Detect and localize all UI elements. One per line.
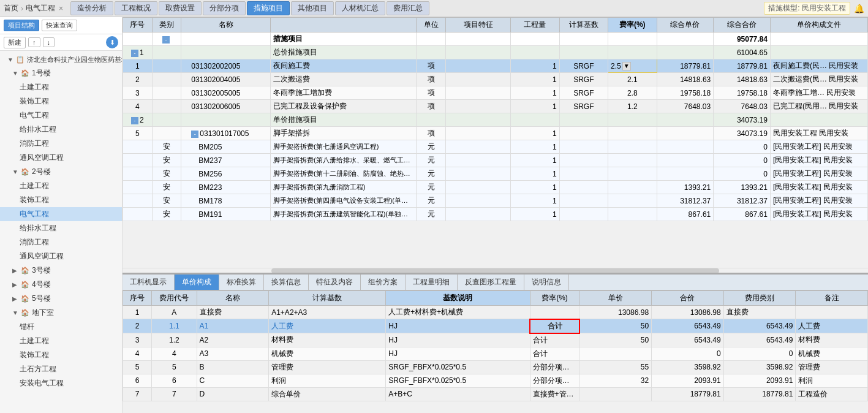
tab-pricing-scheme[interactable]: 组价方案 [361,275,406,290]
tree-item-bs-civil[interactable]: 土建工程 [0,334,122,348]
tab-project-structure[interactable]: 项目结构 [4,20,39,31]
bottom-table-area[interactable]: 序号 费用代号 名称 计算基数 基数说明 费率(%) 单价 合价 费用类别 备注 [123,290,868,413]
tree-item-building2[interactable]: ▼ 🏠 2号楼 [0,165,122,179]
tree-item-b2-civil[interactable]: 土建工程 [0,179,122,193]
table-row[interactable]: 1 A 直接费 A1+A2+A3 人工费+材料费+机械费 13086.98 13… [123,306,868,319]
table-row[interactable]: 5 -031301017005 脚手架搭拆 项 1 34073.19 民用安装工… [123,127,868,140]
collapse-btn[interactable]: - [162,36,170,44]
collapse-btn[interactable]: - [191,131,198,138]
tree-item-b1-civil[interactable]: 土建工程 [0,80,122,94]
table-row[interactable]: 安 BM178 脚手架搭拆费(第四册电气设备安装工程)(单独承担的室外直埋敷设电… [123,194,868,208]
main-layout: 项目结构 快速查询 新建 ↑ ↓ ⬇ ▼ 📋 济北生命科技产业园生物医药基地项.… [0,17,868,413]
tree-item-root[interactable]: ▼ 📋 济北生命科技产业园生物医药基地项... [0,53,122,66]
nav-tabs: 造价分析 工程概况 取费设置 分部分项 措施项目 其他项目 人材机汇总 费用汇总 [70,1,429,15]
template-label: 措施模型: 民用安装工程 [764,2,850,15]
nav-close[interactable]: × [59,4,63,13]
bottom-area: 工料机显示 单价构成 标准换算 换算信息 特征及内容 组价方案 工程量明细 反查… [123,275,868,413]
tab-quick-search[interactable]: 快速查询 [42,20,77,31]
th-no: 序号 [123,291,152,306]
tab-materials[interactable]: 人材机汇总 [335,1,385,15]
tab-fee-summary[interactable]: 费用汇总 [387,1,429,15]
table-row[interactable]: 安 BM205 脚手架搭拆费(第七册通风空调工程) 元 1 0 [民用安装工程]… [123,140,868,154]
tree-item-b1-decor[interactable]: 装饰工程 [0,94,122,108]
tree-item-b1-fire[interactable]: 消防工程 [0,137,122,151]
th-total-price: 合价 [652,291,724,306]
table-row[interactable]: -2 单价措施项目 34073.19 [123,113,868,127]
tab-check-figure-qty[interactable]: 反查图形工程量 [458,275,524,290]
tree-item-bs-earth[interactable]: 土石方工程 [0,362,122,376]
rate-dropdown-btn[interactable]: ▼ [622,62,631,70]
th-rate: 费率(%) [608,18,657,32]
breadcrumb: 首页 › 电气工程 × [4,3,63,13]
horizontal-scrollbar[interactable] [271,268,719,273]
tab-features-content[interactable]: 特征及内容 [309,275,361,290]
tree-item-building4[interactable]: ▶ 🏠 4号楼 [0,278,122,292]
table-row[interactable]: -1 总价措施项目 61004.65 [123,46,868,59]
collapse-btn[interactable]: - [131,117,138,124]
tab-notes[interactable]: 说明信息 [524,275,569,290]
top-table-wrapper[interactable]: 序号 类别 名称 单位 项目特征 工程量 计算基数 费率(%) 综合单价 综合合… [123,17,868,268]
th-rate: 费率(%) [530,291,579,306]
table-row[interactable]: 安 BM256 脚手架搭拆费(第十二册刷油、防腐蚀、绝热工程) 元 1 0 [民… [123,167,868,181]
tree-item-building1[interactable]: ▼ 🏠 1号楼 [0,66,122,80]
th-base-desc: 基数说明 [386,291,530,306]
up-btn[interactable]: ↑ [28,37,40,47]
th-calc-base: 计算基数 [269,291,386,306]
th-base: 计算基数 [559,18,608,32]
top-right-area: 措施模型: 民用安装工程 🔔 [764,2,864,15]
table-row[interactable]: 安 BM237 脚手架搭拆费(第八册给排水、采暖、燃气工程)(单独承担的室外埋地… [123,154,868,167]
table-row[interactable]: 1 031302002005 夜间施工费 项 1 SRGF 2.5▼ 18779 [123,59,868,73]
table-row[interactable]: 2 1.1 A1 人工费 HJ 合计 50 6543.49 6543.49 人工… [123,319,868,333]
tab-quantity-detail[interactable]: 工程量明细 [406,275,458,290]
tree-item-b2-electric[interactable]: 电气工程 [0,207,122,221]
tree-item-building3[interactable]: ▶ 🏠 3号楼 [0,263,122,278]
tree-item-b2-fire[interactable]: 消防工程 [0,235,122,249]
tree-item-bs-elec[interactable]: 安装电气工程 [0,376,122,390]
tree-item-building5[interactable]: ▶ 🏠 5号楼 [0,292,122,306]
table-row[interactable]: 3 031302005005 冬雨季施工增加费 项 1 SRGF 2.8 197… [123,86,868,100]
tab-other[interactable]: 其他项目 [291,1,334,15]
tab-measures[interactable]: 措施项目 [247,1,290,15]
table-row[interactable]: 安 BM223 脚手架搭拆费(第九册消防工程) 元 1 1393.21 1393… [123,181,868,194]
down-btn[interactable]: ↓ [43,37,55,47]
tab-fee-settings[interactable]: 取费设置 [159,1,202,15]
table-row[interactable]: 4 4 A3 机械费 HJ 合计 0 0 机械费 [123,347,868,360]
th-remark: 备注 [796,291,868,306]
tree-item-bs-decor[interactable]: 装饰工程 [0,348,122,362]
sidebar-toolbar: 项目结构 快速查询 [0,17,122,34]
table-row[interactable]: 3 1.2 A2 材料费 HJ 合计 50 6543.49 6543.49 材料… [123,333,868,347]
tree-item-b1-plumbing[interactable]: 给排水工程 [0,123,122,137]
collapse-btn[interactable]: - [131,50,138,57]
table-row[interactable]: 5 5 B 管理费 SRGF_FBFX*0.025*0.5 分部分项省人工费*0… [123,360,868,374]
tab-conversion-info[interactable]: 换算信息 [264,275,309,290]
sidebar: 项目结构 快速查询 新建 ↑ ↓ ⬇ ▼ 📋 济北生命科技产业园生物医药基地项.… [0,17,123,413]
tree-item-b2-decor[interactable]: 装饰工程 [0,193,122,207]
download-icon[interactable]: ⬇ [106,36,118,48]
content-area: 序号 类别 名称 单位 项目特征 工程量 计算基数 费率(%) 综合单价 综合合… [123,17,868,413]
tree-item-b2-hvac[interactable]: 通风空调工程 [0,249,122,263]
breadcrumb-home[interactable]: 首页 [4,3,18,13]
tab-unit-price-composition[interactable]: 单价构成 [175,275,219,290]
tree-item-basement[interactable]: ▼ 🏠 地下室 [0,306,122,320]
table-row[interactable]: 4 031302006005 已完工程及设备保护费 项 1 SRGF 1.2 7… [123,100,868,113]
new-btn[interactable]: 新建 [4,37,26,48]
top-table-area: 序号 类别 名称 单位 项目特征 工程量 计算基数 费率(%) 综合单价 综合合… [123,17,868,275]
table-row[interactable]: 2 031302004005 二次搬运费 项 1 SRGF 2.1 14818.… [123,73,868,86]
th-fee-code: 费用代号 [152,291,197,306]
tab-cost-analysis[interactable]: 造价分析 [70,1,113,15]
tab-project-overview[interactable]: 工程概况 [115,1,157,15]
tab-materials-display[interactable]: 工料机显示 [123,275,175,290]
th-price: 综合单价 [657,18,714,32]
table-row[interactable]: 6 6 C 利润 SRGF_FBFX*0.025*0.5 分部分项省人工费*0.… [123,374,868,387]
table-row[interactable]: 安 BM191 脚手架搭拆费(第五册建筑智能化工程)(单独承担的室外埋地管线工程… [123,208,868,221]
measures-table: 序号 类别 名称 单位 项目特征 工程量 计算基数 费率(%) 综合单价 综合合… [123,17,868,221]
table-row[interactable]: 7 7 D 综合单价 A+B+C 直接费+管理费+利润 18779.81 187… [123,387,868,401]
tree-item-b2-plumbing[interactable]: 给排水工程 [0,221,122,235]
tree-item-b1-hvac[interactable]: 通风空调工程 [0,151,122,165]
tab-standard-conversion[interactable]: 标准换算 [219,275,264,290]
bell-icon[interactable]: 🔔 [854,4,864,13]
tree-item-bs-anchor[interactable]: 锚杆 [0,320,122,334]
tree-item-b1-electric[interactable]: 电气工程 [0,108,122,123]
tab-sections[interactable]: 分部分项 [203,1,246,15]
table-row[interactable]: - 措施项目 95077.84 [123,32,868,46]
